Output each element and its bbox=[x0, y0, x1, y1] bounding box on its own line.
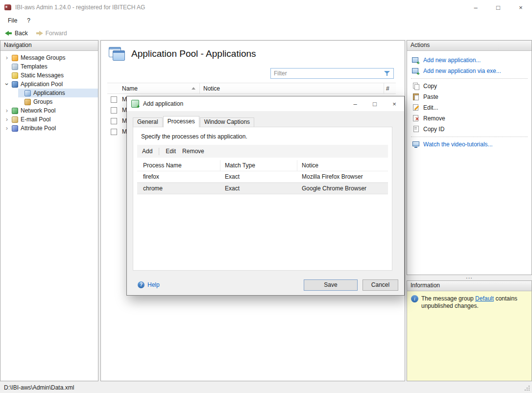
help-link[interactable]: ? Help bbox=[138, 281, 160, 288]
filter-icon[interactable] bbox=[384, 70, 391, 77]
actions-panel: Actions Add new application... Add new a… bbox=[407, 40, 532, 275]
dialog-tabs: General Processes Window Captions bbox=[133, 116, 255, 127]
menu-file[interactable]: File bbox=[3, 15, 22, 26]
dialog-title: Add application bbox=[143, 100, 183, 107]
add-application-dialog-icon bbox=[131, 100, 139, 108]
sidebar-item-attribute-pool[interactable]: › Attribute Pool bbox=[0, 124, 98, 133]
information-text: The message group Default contains unpub… bbox=[421, 295, 528, 310]
sidebar-item-email-pool[interactable]: › E-mail Pool bbox=[0, 115, 98, 124]
window-title: IBI-aws Admin 1.24.0 - registered for IB… bbox=[15, 4, 145, 11]
statusbar: D:\IBI-aws\Admin\Data.xml bbox=[0, 382, 532, 393]
dialog-controls: – □ × bbox=[345, 96, 404, 111]
chevron-right-icon[interactable]: › bbox=[3, 107, 10, 114]
forward-button[interactable]: Forward bbox=[33, 27, 70, 39]
cancel-button[interactable]: Cancel bbox=[363, 279, 398, 291]
remove-process-button[interactable]: Remove bbox=[182, 148, 204, 155]
process-row[interactable]: chrome Exact Google Chrome Browser bbox=[137, 183, 388, 194]
help-label: Help bbox=[147, 281, 160, 288]
column-header-match-type[interactable]: Match Type bbox=[220, 160, 297, 171]
application-pool-icon bbox=[12, 81, 18, 88]
tab-processes[interactable]: Processes bbox=[163, 116, 199, 127]
sidebar-item-network-pool[interactable]: › Network Pool bbox=[0, 106, 98, 115]
actions-separator bbox=[411, 137, 528, 137]
panel-splitter-handle[interactable]: ... bbox=[407, 275, 532, 280]
default-group-link[interactable]: Default bbox=[475, 295, 494, 302]
action-copy-id[interactable]: Copy ID bbox=[407, 124, 532, 135]
maximize-icon[interactable]: □ bbox=[487, 0, 509, 15]
row-checkbox[interactable] bbox=[111, 118, 117, 124]
sidebar-item-application-pool[interactable]: › Application Pool bbox=[0, 80, 98, 89]
actions-list: Add new application... Add new applicati… bbox=[407, 51, 532, 150]
add-process-button[interactable]: Add bbox=[142, 148, 152, 155]
sidebar-item-label: E-mail Pool bbox=[21, 116, 50, 123]
action-copy[interactable]: Copy bbox=[407, 81, 532, 92]
column-header-notice[interactable]: Notice bbox=[200, 83, 384, 93]
chevron-right-icon[interactable]: › bbox=[3, 125, 10, 132]
sidebar-item-label: Groups bbox=[33, 98, 52, 105]
sidebar-item-applications[interactable]: Applications bbox=[18, 89, 98, 97]
row-checkbox[interactable] bbox=[111, 96, 117, 103]
applications-icon bbox=[24, 90, 31, 96]
row-checkbox[interactable] bbox=[111, 129, 117, 135]
action-add-new-application-via-exe[interactable]: Add new application via exe... bbox=[407, 66, 532, 76]
action-edit[interactable]: Edit... bbox=[407, 102, 532, 113]
right-column: Actions Add new application... Add new a… bbox=[407, 40, 532, 381]
attribute-pool-icon bbox=[12, 125, 18, 132]
process-row[interactable]: firefox Exact Mozilla Firefox Browser bbox=[137, 171, 388, 183]
actions-header: Actions bbox=[407, 41, 532, 51]
forward-label: Forward bbox=[46, 30, 67, 37]
minimize-icon[interactable]: – bbox=[464, 0, 487, 15]
information-panel: Information i The message group Default … bbox=[407, 280, 532, 381]
processes-toolbar: Add Edit Remove bbox=[137, 145, 388, 158]
resize-grip[interactable] bbox=[525, 386, 531, 392]
dialog-close-icon[interactable]: × bbox=[385, 96, 404, 111]
information-header: Information bbox=[407, 281, 532, 291]
page-title: Application Pool - Applications bbox=[131, 48, 256, 59]
column-header-name[interactable]: Name bbox=[120, 83, 200, 93]
app-icon bbox=[4, 4, 11, 10]
add-application-dialog: Add application – □ × General Processes … bbox=[126, 96, 405, 296]
sidebar-item-message-groups[interactable]: › Message Groups bbox=[0, 53, 98, 62]
action-remove[interactable]: Remove bbox=[407, 113, 532, 124]
sidebar-item-label: Message Groups bbox=[21, 54, 65, 61]
chevron-right-icon[interactable]: › bbox=[3, 116, 10, 123]
sidebar-item-templates[interactable]: Templates bbox=[0, 62, 98, 71]
row-checkbox[interactable] bbox=[111, 107, 117, 114]
processes-description: Specify the processes of this applicatio… bbox=[141, 133, 392, 140]
chevron-down-icon[interactable]: › bbox=[3, 81, 10, 88]
sidebar-item-label: Attribute Pool bbox=[21, 125, 56, 132]
sidebar-item-static-messages[interactable]: Static Messages bbox=[0, 71, 98, 80]
chevron-right-icon[interactable]: › bbox=[3, 54, 10, 61]
add-application-icon bbox=[412, 56, 420, 64]
dialog-buttons: Save Cancel bbox=[304, 279, 398, 291]
sidebar-item-label: Templates bbox=[21, 63, 48, 70]
sidebar-item-groups[interactable]: Groups bbox=[18, 97, 98, 106]
tab-window-captions[interactable]: Window Captions bbox=[200, 117, 254, 127]
column-header-notice[interactable]: Notice bbox=[297, 160, 388, 171]
save-button[interactable]: Save bbox=[304, 279, 358, 291]
titlebar: IBI-aws Admin 1.24.0 - registered for IB… bbox=[0, 0, 532, 15]
menubar: File ? bbox=[0, 15, 532, 26]
help-icon: ? bbox=[138, 281, 145, 288]
status-file-path: D:\IBI-aws\Admin\Data.xml bbox=[4, 384, 74, 391]
back-button[interactable]: Back bbox=[2, 27, 31, 39]
column-header-process-name[interactable]: Process Name bbox=[137, 160, 220, 171]
menu-help[interactable]: ? bbox=[22, 15, 35, 26]
action-add-new-application[interactable]: Add new application... bbox=[407, 55, 532, 66]
navigation-header: Navigation bbox=[0, 41, 98, 51]
action-watch-video-tutorials[interactable]: Watch the video-tutorials... bbox=[407, 139, 532, 150]
edit-process-button[interactable]: Edit bbox=[166, 148, 176, 155]
tab-general[interactable]: General bbox=[133, 117, 163, 127]
app-window: IBI-aws Admin 1.24.0 - registered for IB… bbox=[0, 0, 532, 393]
dialog-minimize-icon[interactable]: – bbox=[345, 96, 365, 111]
remove-icon bbox=[412, 115, 420, 122]
groups-icon bbox=[24, 99, 31, 105]
dialog-maximize-icon[interactable]: □ bbox=[365, 96, 385, 111]
column-header-count[interactable]: # bbox=[384, 85, 396, 92]
sidebar-item-label: Network Pool bbox=[21, 107, 55, 114]
filter-input[interactable] bbox=[271, 69, 384, 78]
close-icon[interactable]: × bbox=[509, 0, 532, 15]
navigation-panel: Navigation › Message Groups Templates St… bbox=[0, 40, 98, 381]
action-paste[interactable]: Paste bbox=[407, 92, 532, 102]
information-message: i The message group Default contains unp… bbox=[407, 291, 532, 310]
